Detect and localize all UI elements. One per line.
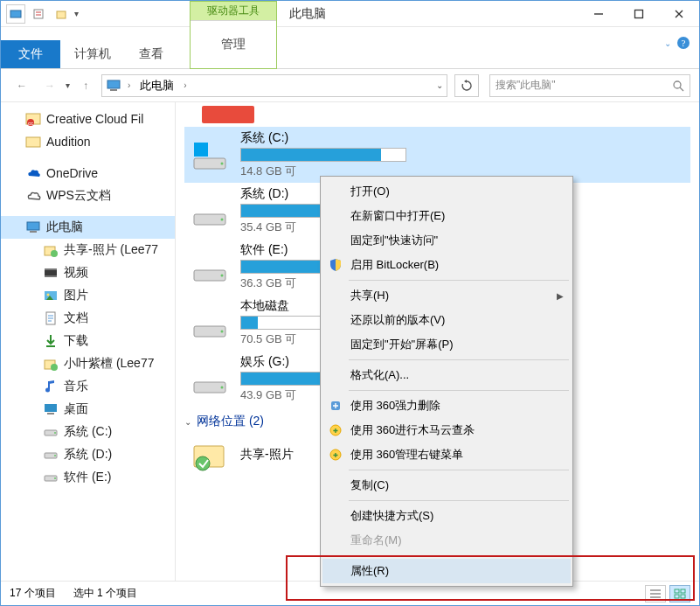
menu-item[interactable]: 打开(O) (322, 179, 571, 204)
up-button[interactable]: ↑ (73, 73, 98, 98)
search-input[interactable]: 搜索"此电脑" (489, 74, 690, 97)
help-icon[interactable]: ? (676, 36, 690, 50)
svg-point-18 (51, 250, 58, 257)
tab-manage[interactable]: 管理 (191, 20, 276, 68)
maximize-button[interactable] (619, 1, 659, 26)
navigation-pane[interactable]: ccCreative Cloud FilAuditionOneDriveWPS云… (1, 102, 176, 581)
youku-thumbnail (202, 106, 254, 123)
tree-item[interactable]: 视频 (1, 261, 175, 284)
menu-item[interactable]: 还原以前的版本(V) (322, 308, 571, 332)
desktop-icon (43, 401, 59, 417)
share-icon (43, 242, 59, 258)
svg-point-9 (674, 81, 681, 88)
svg-rect-16 (30, 231, 37, 233)
forward-button[interactable]: → (38, 73, 62, 98)
tab-computer[interactable]: 计算机 (60, 40, 125, 68)
tree-item[interactable]: 系统 (C:) (1, 421, 175, 443)
menu-separator (349, 280, 569, 281)
ribbon-collapse-icon[interactable]: ⌄ (664, 38, 671, 48)
tree-item-label: 此电脑 (46, 219, 83, 235)
tree-item[interactable]: OneDrive (1, 162, 175, 185)
svg-text:✚: ✚ (333, 428, 338, 434)
menu-item[interactable]: 启用 BitLocker(B) (322, 253, 571, 277)
menu-item[interactable]: ✚使用 360进行木马云查杀 (322, 418, 571, 442)
wps-icon (25, 188, 41, 204)
menu-item[interactable]: 创建快捷方式(S) (322, 504, 571, 528)
music-icon (43, 379, 59, 394)
svg-rect-29 (45, 404, 57, 412)
tree-item[interactable]: 文档 (1, 307, 175, 330)
drive-item[interactable]: 系统 (C:)14.8 GB 可 (184, 127, 690, 183)
drive-icon (43, 447, 59, 463)
tree-item-label: 下载 (64, 333, 88, 349)
tree-item[interactable]: WPS云文档 (1, 185, 175, 207)
menu-item: 重命名(M) (322, 528, 571, 553)
breadcrumb-root[interactable]: 此电脑 (136, 78, 177, 94)
tree-item[interactable]: 系统 (D:) (1, 443, 175, 466)
menu-separator (349, 390, 569, 391)
qat-properties-icon[interactable] (29, 4, 48, 24)
tree-item[interactable]: 桌面 (1, 398, 175, 421)
minimize-button[interactable] (579, 1, 619, 26)
navigation-bar: ← → ▾ ↑ › 此电脑 › ⌄ 搜索"此电脑" (1, 69, 699, 102)
menu-item-label: 还原以前的版本(V) (350, 312, 445, 328)
svg-rect-30 (47, 413, 54, 414)
back-button[interactable]: ← (10, 73, 34, 98)
tree-item[interactable]: 音乐 (1, 375, 175, 398)
details-view-button[interactable] (645, 585, 666, 603)
address-dropdown-icon[interactable]: ⌄ (436, 80, 443, 90)
tree-item[interactable]: ccCreative Cloud Fil (1, 108, 175, 130)
file-tab[interactable]: 文件 (1, 40, 60, 68)
qat-newfolder-icon[interactable] (52, 4, 71, 24)
tree-item-label: 文档 (64, 310, 88, 326)
tree-item[interactable]: 下载 (1, 330, 175, 352)
menu-item[interactable]: 使用 360强力删除 (322, 394, 571, 418)
recent-locations-icon[interactable]: ▾ (66, 80, 70, 90)
submenu-arrow-icon: ▶ (557, 291, 564, 301)
tree-item[interactable]: 图片 (1, 284, 175, 307)
svg-rect-53 (681, 595, 685, 598)
svg-point-39 (221, 163, 224, 165)
svg-rect-0 (10, 10, 21, 17)
downloads-icon (43, 333, 59, 349)
tree-item[interactable]: 软件 (E:) (1, 466, 175, 489)
tree-item-label: 系统 (D:) (64, 447, 112, 463)
svg-point-27 (51, 364, 58, 371)
tiles-view-button[interactable] (669, 585, 690, 603)
menu-item[interactable]: 属性(R) (322, 559, 571, 583)
close-button[interactable] (659, 1, 699, 26)
svg-point-32 (54, 432, 56, 434)
menu-item[interactable]: 复制(C) (322, 473, 571, 498)
svg-rect-4 (635, 10, 643, 17)
tree-item[interactable]: Audition (1, 130, 175, 153)
address-bar[interactable]: › 此电脑 › ⌄ (101, 74, 447, 97)
tree-item-label: Audition (46, 135, 91, 149)
chevron-right-icon[interactable]: › (125, 80, 133, 90)
refresh-button[interactable] (454, 74, 479, 97)
svg-point-28 (45, 388, 50, 393)
svg-rect-50 (675, 589, 679, 593)
item-count: 17 个项目 (10, 586, 56, 601)
svg-point-23 (47, 294, 50, 296)
menu-separator (349, 555, 569, 556)
menu-item[interactable]: 在新窗口中打开(E) (322, 204, 571, 228)
tree-item[interactable]: 小叶紫檀 (Lee77 (1, 352, 175, 375)
svg-rect-52 (675, 595, 679, 598)
menu-item-label: 固定到"快速访问" (350, 233, 438, 248)
menu-item-label: 固定到"开始"屏幕(P) (350, 337, 454, 352)
explorer-window: ▾ 文件 计算机 查看 驱动器工具 管理 此电脑 ⌄ ? ← → ▾ ↑ › 此… (0, 0, 700, 606)
menu-item[interactable]: 固定到"开始"屏幕(P) (322, 332, 571, 357)
tab-view[interactable]: 查看 (125, 40, 177, 68)
drive-icon (188, 360, 232, 397)
tree-item[interactable]: 此电脑 (1, 216, 175, 239)
menu-item[interactable]: 格式化(A)... (322, 363, 571, 387)
menu-item[interactable]: 共享(H)▶ (322, 283, 571, 308)
qat-dropdown-icon[interactable]: ▾ (74, 9, 79, 18)
tree-item[interactable]: 共享-照片 (Lee77 (1, 239, 175, 261)
menu-item[interactable]: ✚使用 360管理右键菜单 (322, 442, 571, 467)
chevron-right-icon[interactable]: › (181, 80, 189, 90)
drive-icon (188, 248, 232, 285)
menu-separator (349, 500, 569, 501)
menu-item[interactable]: 固定到"快速访问" (322, 228, 571, 253)
system-menu-icon[interactable] (6, 4, 25, 24)
